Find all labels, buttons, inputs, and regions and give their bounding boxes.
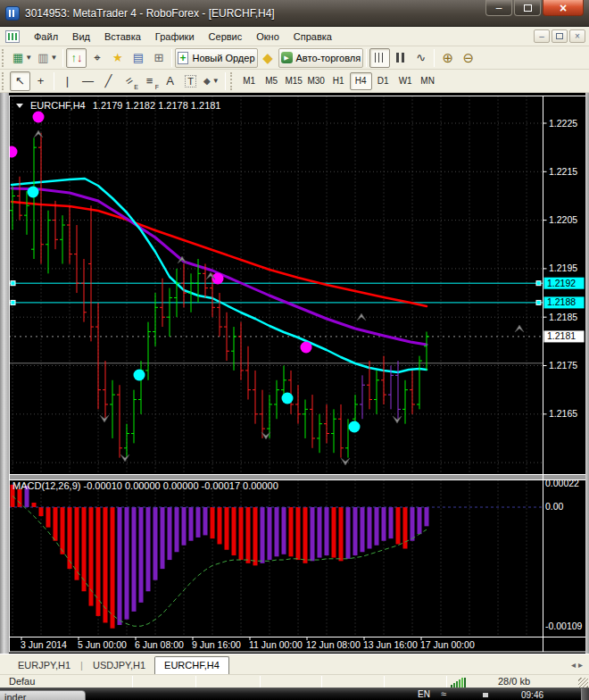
minimize-button[interactable]: – [485, 0, 512, 16]
timeframe-button-h4[interactable]: H4 [350, 72, 372, 90]
tab-eurjpy-h1[interactable]: EURJPY,H1 [9, 657, 79, 674]
timeframe-button-d1[interactable]: D1 [372, 72, 394, 90]
line-chart-button[interactable]: ∿ [411, 48, 431, 68]
status-profile[interactable]: Defau [9, 676, 39, 687]
terminal-button[interactable]: ▤ [128, 48, 148, 68]
tester-icon: ⊞ [153, 51, 163, 64]
tab-scroll-arrows[interactable]: ◂▸ [571, 660, 585, 670]
tab-usdjpy-h1[interactable]: USDJPY,H1 [84, 657, 154, 674]
timeframe-button-mn[interactable]: MN [417, 72, 439, 90]
line-handle[interactable] [536, 281, 541, 286]
toolbar-grip[interactable] [2, 72, 6, 90]
macd-histogram-bar [68, 507, 72, 569]
macd-histogram-bar [18, 489, 22, 507]
macd-histogram-bar [32, 503, 37, 507]
window-controls: – × [484, 0, 584, 16]
timeframe-button-m1[interactable]: M1 [238, 72, 261, 90]
new-order-icon [178, 52, 188, 64]
chart-header: EURCHF,H4 1.2179 1.2182 1.2178 1.2181 [16, 100, 220, 111]
mdi-close-button[interactable]: × [569, 29, 585, 43]
toolbar-grip[interactable] [2, 49, 6, 67]
channel-button[interactable]: =E [119, 71, 139, 91]
navigator-button[interactable]: ★ [107, 48, 128, 68]
close-button[interactable]: × [543, 0, 584, 16]
timeframe-button-m5[interactable]: M5 [261, 72, 283, 90]
menu-item-window[interactable]: Окно [249, 29, 286, 45]
metatrader-app-icon [5, 6, 20, 21]
metaeditor-button[interactable]: ◆ [258, 48, 278, 68]
line-handle[interactable] [11, 281, 15, 286]
timeframe-button-w1[interactable]: W1 [394, 72, 417, 90]
menu-item-insert[interactable]: Вставка [97, 29, 148, 45]
macd-histogram-bar [54, 507, 58, 541]
menu-item-view[interactable]: Вид [65, 29, 97, 45]
arrows-button[interactable]: ◆▼ [201, 71, 222, 91]
macd-histogram-bar [289, 507, 294, 556]
candlestick-button[interactable] [390, 48, 411, 68]
resize-grip-icon[interactable] [578, 678, 588, 688]
market-watch-button[interactable]: ↑↓ [66, 48, 87, 68]
timeframe-button-m15[interactable]: M15 [283, 72, 305, 90]
toolbar-grip[interactable] [230, 72, 235, 90]
zoom-in-button[interactable]: ⊕ [437, 48, 458, 68]
horizontal-line-button[interactable]: — [78, 71, 98, 91]
chart-window-icon[interactable] [5, 30, 20, 43]
toolbar-separator [434, 49, 435, 67]
price-tick-label: 1.2185 [549, 312, 577, 322]
tray-square-icon[interactable] [483, 693, 488, 697]
zoom-out-button[interactable]: ⊖ [458, 48, 478, 68]
price-chart[interactable]: MACD(12,26,9) -0.00010 0.00000 0.00000 -… [9, 93, 585, 654]
restore-button[interactable] [514, 0, 541, 16]
price-badge-label: 1.2181 [547, 330, 576, 341]
mdi-minimize-button[interactable]: – [534, 29, 550, 43]
restore-icon [524, 4, 532, 12]
new-chart-button[interactable]: ▦▼ [10, 48, 35, 68]
macd-histogram-bar [382, 507, 386, 541]
toolbar-separator [54, 72, 54, 90]
pane-splitter[interactable] [9, 475, 585, 479]
bar-chart-button[interactable] [369, 48, 390, 68]
line-handle[interactable] [11, 300, 15, 304]
cursor-button[interactable]: ↖ [10, 71, 30, 91]
autotrade-button[interactable]: ▶ Авто-торговля [278, 48, 364, 68]
menu-item-file[interactable]: Файл [27, 29, 65, 45]
crosshair-button[interactable]: + [30, 71, 51, 91]
tray-icon[interactable]: ≈ [441, 688, 446, 699]
strategy-tester-button[interactable]: ⊞ [148, 48, 169, 68]
taskbar-window-button[interactable]: inder [0, 690, 86, 700]
shapes-icon: ◆ [203, 76, 211, 86]
macd-axis-label: 0.00022 [545, 478, 579, 488]
trendline-icon: ╱ [105, 74, 112, 88]
mdi-restore-button[interactable] [552, 29, 568, 43]
chart-dropdown-icon[interactable] [16, 104, 23, 108]
text-button[interactable]: A [160, 71, 180, 91]
menu-item-service[interactable]: Сервис [202, 29, 250, 45]
vertical-line-button[interactable]: | [57, 71, 78, 91]
macd-histogram-bar [118, 507, 122, 625]
menu-item-help[interactable]: Справка [286, 29, 339, 45]
data-window-button[interactable]: ⌖ [87, 48, 107, 68]
price-tick-label: 1.2175 [549, 360, 577, 371]
show-desktop-button[interactable] [581, 688, 589, 700]
text-label-button[interactable]: T [180, 71, 201, 91]
macd-histogram-bar [375, 507, 379, 546]
trendline-button[interactable]: ╱ [98, 71, 119, 91]
menu-item-charts[interactable]: Графики [148, 29, 202, 45]
chevron-down-icon: ▼ [51, 54, 58, 62]
timeframe-button-m30[interactable]: M30 [305, 72, 328, 90]
line-handle[interactable] [536, 300, 541, 304]
chart-tabs: EURJPY,H1|USDJPY,H1EURCHF,H4 [9, 656, 229, 674]
language-indicator[interactable]: EN [418, 689, 430, 699]
new-order-button[interactable]: Новый Ордер [175, 48, 257, 68]
tab-eurchf-h4[interactable]: EURCHF,H4 [154, 656, 229, 674]
macd-histogram-bar [275, 507, 279, 556]
chart-symbol: EURCHF,H4 [30, 100, 86, 111]
profiles-button[interactable]: ▥▼ [35, 48, 60, 68]
fibonacci-button[interactable]: ≡F [139, 71, 160, 91]
chart-tabs-row: EURJPY,H1|USDJPY,H1EURCHF,H4 ◂▸ [0, 654, 589, 674]
macd-label: MACD(12,26,9) -0.00010 0.00000 0.00000 -… [12, 480, 278, 491]
timeframe-button-h1[interactable]: H1 [328, 72, 350, 90]
macd-histogram-bar [111, 507, 115, 629]
macd-histogram-bar [203, 507, 208, 535]
macd-histogram-bar [396, 507, 401, 544]
